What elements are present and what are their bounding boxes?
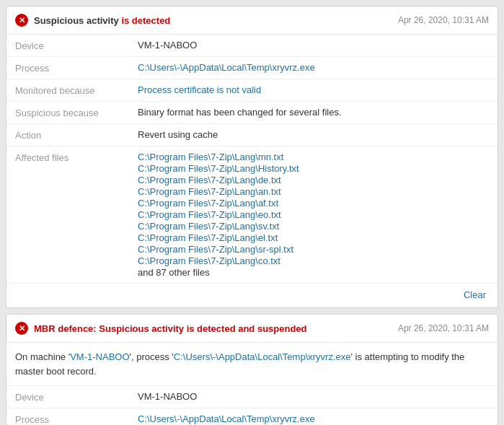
desc-process: C:\Users\-\AppData\Local\Temp\xryvrz.exe xyxy=(174,351,351,362)
file-item[interactable]: C:\Program Files\7-Zip\Lang\co.txt xyxy=(138,255,489,266)
file-item[interactable]: C:\Program Files\7-Zip\Lang\History.txt xyxy=(138,163,489,174)
process-value[interactable]: C:\Users\-\AppData\Local\Temp\xryvrz.exe xyxy=(138,62,489,74)
suspicious-because-value: Binary format has been changed for sever… xyxy=(138,107,489,118)
file-item[interactable]: C:\Program Files\7-Zip\Lang\af.txt xyxy=(138,198,489,209)
action-row: Action Revert using cache xyxy=(6,124,498,146)
card2-device-value: VM-1-NABOO xyxy=(138,391,489,403)
card2-timestamp: Apr 26, 2020, 10:31 AM xyxy=(398,323,489,333)
error-icon: ✕ xyxy=(15,322,28,335)
card1-timestamp: Apr 26, 2020, 10:31 AM xyxy=(398,15,489,25)
mbr-defence-card: ✕ MBR defence: Suspicious activity is de… xyxy=(6,314,498,425)
card1-clear-button[interactable]: Clear xyxy=(461,288,489,302)
process-label: Process xyxy=(15,62,138,74)
device-value: VM-1-NABOO xyxy=(138,40,489,51)
file-item[interactable]: C:\Program Files\7-Zip\Lang\an.txt xyxy=(138,186,489,197)
card1-header: ✕ Suspicious activity is detected Apr 26… xyxy=(6,6,498,35)
file-item[interactable]: C:\Program Files\7-Zip\Lang\sr-spl.txt xyxy=(138,244,489,255)
card1-body: Device VM-1-NABOO Process C:\Users\-\App… xyxy=(6,35,498,283)
suspicious-because-row: Suspicious because Binary format has bee… xyxy=(6,102,498,124)
affected-files-row: Affected files C:\Program Files\7-Zip\La… xyxy=(6,146,498,283)
card2-header-left: ✕ MBR defence: Suspicious activity is de… xyxy=(15,322,307,335)
card2-process-label: Process xyxy=(15,413,138,425)
action-value: Revert using cache xyxy=(138,129,489,141)
card2-device-label: Device xyxy=(15,391,138,403)
monitored-because-value[interactable]: Process certificate is not valid xyxy=(138,84,489,96)
suspicious-because-label: Suspicious because xyxy=(15,107,138,118)
card1-footer: Clear xyxy=(6,283,498,307)
file-item[interactable]: C:\Program Files\7-Zip\Lang\de.txt xyxy=(138,175,489,185)
process-row: Process C:\Users\-\AppData\Local\Temp\xr… xyxy=(6,57,498,79)
device-label: Device xyxy=(15,40,138,51)
card1-header-left: ✕ Suspicious activity is detected xyxy=(15,14,170,27)
file-item[interactable]: C:\Program Files\7-Zip\Lang\el.txt xyxy=(138,232,489,243)
card2-body: Device VM-1-NABOO Process C:\Users\-\App… xyxy=(6,386,498,425)
card2-title-text: MBR defence: Suspicious activity is dete… xyxy=(34,323,307,334)
file-item[interactable]: C:\Program Files\7-Zip\Lang\sv.txt xyxy=(138,221,489,232)
card2-title: MBR defence: Suspicious activity is dete… xyxy=(34,323,307,334)
monitored-because-label: Monitored because xyxy=(15,84,138,96)
card2-process-row: Process C:\Users\-\AppData\Local\Temp\xr… xyxy=(6,408,498,425)
desc-mid: ', process ' xyxy=(130,351,174,362)
file-item[interactable]: C:\Program Files\7-Zip\Lang\mn.txt xyxy=(138,152,489,162)
card1-title-alert: is detected xyxy=(121,15,170,26)
desc-prefix: On machine ' xyxy=(15,351,70,362)
card1-title-prefix: Suspicious activity xyxy=(34,15,119,26)
card2-process-value[interactable]: C:\Users\-\AppData\Local\Temp\xryvrz.exe xyxy=(138,413,489,425)
file-list: C:\Program Files\7-Zip\Lang\mn.txt C:\Pr… xyxy=(138,152,489,278)
device-row: Device VM-1-NABOO xyxy=(6,35,498,57)
card1-title: Suspicious activity is detected xyxy=(34,15,170,26)
mbr-description: On machine 'VM-1-NABOO', process 'C:\Use… xyxy=(6,343,498,386)
file-item[interactable]: C:\Program Files\7-Zip\Lang\eo.txt xyxy=(138,209,489,220)
card2-header: ✕ MBR defence: Suspicious activity is de… xyxy=(6,315,498,343)
suspicious-activity-card: ✕ Suspicious activity is detected Apr 26… xyxy=(6,6,498,308)
action-label: Action xyxy=(15,129,138,141)
affected-files-label: Affected files xyxy=(15,152,138,278)
monitored-because-row: Monitored because Process certificate is… xyxy=(6,79,498,102)
files-other: and 87 other files xyxy=(138,267,489,278)
affected-files-value: C:\Program Files\7-Zip\Lang\mn.txt C:\Pr… xyxy=(138,152,489,278)
card2-device-row: Device VM-1-NABOO xyxy=(6,386,498,408)
error-icon: ✕ xyxy=(15,14,28,27)
desc-machine: VM-1-NABOO xyxy=(70,351,129,362)
